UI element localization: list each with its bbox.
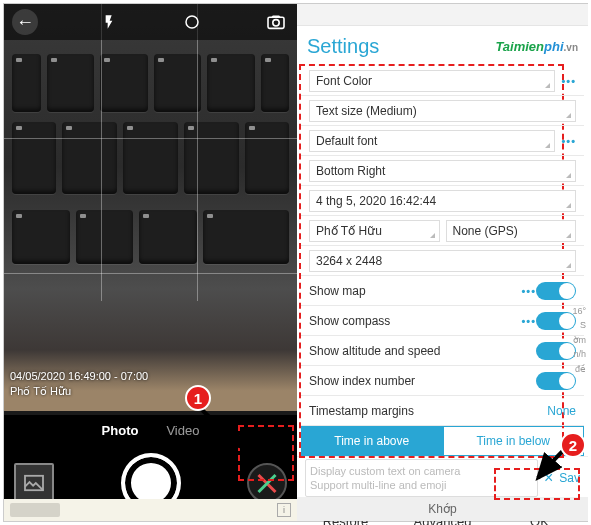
flash-icon[interactable] bbox=[96, 9, 122, 35]
viewfinder bbox=[4, 4, 297, 411]
row-show-index[interactable]: Show index number bbox=[301, 366, 584, 396]
more-icon[interactable]: ••• bbox=[561, 75, 576, 87]
callout-2: 2 bbox=[560, 432, 586, 458]
row-resolution[interactable]: 3264 x 2448 bbox=[301, 246, 584, 276]
row-show-map[interactable]: Show map••• bbox=[301, 276, 584, 306]
row-ts-margins[interactable]: Timestamp marginsNone bbox=[301, 396, 584, 426]
watermark-text: 04/05/2020 16:49:00 - 07:00 Phố Tố Hữu bbox=[10, 369, 148, 399]
gallery-thumb[interactable] bbox=[14, 463, 54, 503]
row-show-compass[interactable]: Show compass••• bbox=[301, 306, 584, 336]
row-show-alt[interactable]: Show altitude and speed bbox=[301, 336, 584, 366]
circle-icon[interactable] bbox=[179, 9, 205, 35]
settings-header: Settings Taimienphi.vn bbox=[297, 26, 588, 66]
effects-button[interactable] bbox=[247, 463, 287, 503]
row-position[interactable]: Bottom Right bbox=[301, 156, 584, 186]
more-icon[interactable]: ••• bbox=[561, 135, 576, 147]
row-location[interactable]: Phố Tố Hữu None (GPS) bbox=[301, 216, 584, 246]
svg-point-0 bbox=[186, 16, 198, 28]
row-timestamp[interactable]: 4 thg 5, 2020 16:42:44 bbox=[301, 186, 584, 216]
watermark-line2: Phố Tố Hữu bbox=[10, 384, 148, 399]
custom-text-input[interactable]: Display custom text on camera Support mu… bbox=[305, 459, 538, 498]
footer-bar: Khớp bbox=[297, 497, 588, 521]
watermark-line1: 04/05/2020 16:49:00 - 07:00 bbox=[10, 369, 148, 384]
mode-photo[interactable]: Photo bbox=[102, 423, 139, 438]
ad-strip: i bbox=[4, 499, 297, 521]
side-readings: 16°Sờmn/hđề bbox=[568, 304, 588, 376]
row-text-size[interactable]: Text size (Medium) bbox=[301, 96, 584, 126]
switch-camera-icon[interactable] bbox=[263, 9, 289, 35]
callout-1: 1 bbox=[185, 385, 211, 411]
brand-logo: Taimienphi.vn bbox=[495, 39, 578, 54]
status-bar bbox=[297, 4, 588, 26]
row-font-color[interactable]: Font Color ••• bbox=[301, 66, 584, 96]
svg-point-2 bbox=[273, 20, 279, 26]
font-color-select: Font Color bbox=[309, 70, 555, 92]
camera-topbar: ← bbox=[4, 4, 297, 40]
page-title: Settings bbox=[307, 35, 379, 58]
toggle-map bbox=[536, 282, 576, 300]
tab-time-above[interactable]: Time in above bbox=[301, 426, 443, 456]
back-icon[interactable]: ← bbox=[12, 9, 38, 35]
row-default-font[interactable]: Default font ••• bbox=[301, 126, 584, 156]
